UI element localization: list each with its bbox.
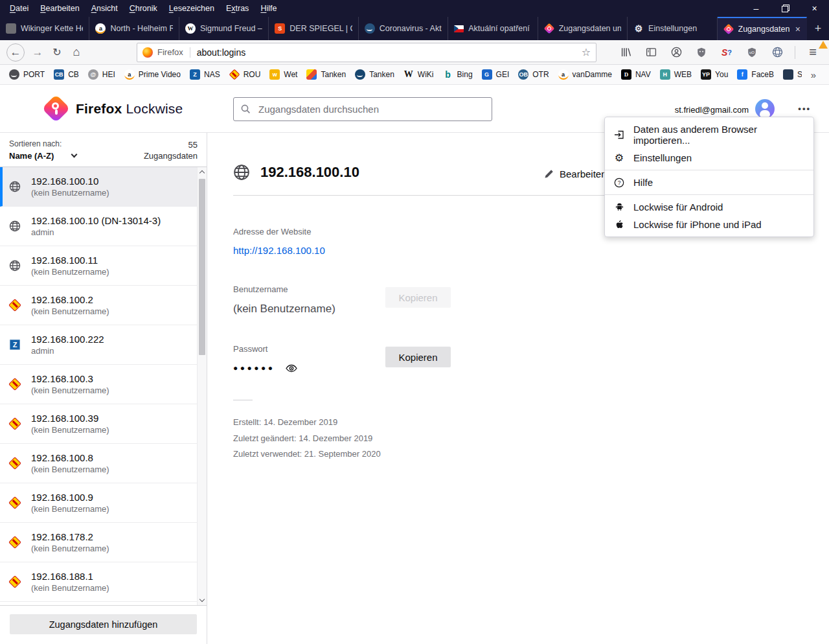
menu-item[interactable]: ⚙Einstellungen [605,149,813,167]
bookmark-item[interactable]: PORT [5,68,49,81]
bookmark-item[interactable]: OBOTR [514,68,552,81]
browser-tab[interactable]: Wikinger Kette He [0,17,89,40]
menu-item[interactable]: Lockwise für Android [605,198,813,216]
copy-password-button[interactable]: Kopieren [385,347,451,367]
bookmark-item[interactable]: DNAV [617,68,655,81]
restore-button[interactable] [771,0,800,17]
favicon: ⚙ [633,23,644,34]
menubar-item[interactable]: Bearbeiten [34,3,85,14]
login-text: 192.168.100.2(kein Benutzername) [31,293,109,317]
login-list-item[interactable]: Z192.168.100.222admin [0,325,207,365]
sidebar-toggle-icon[interactable] [641,43,661,62]
login-list-item[interactable]: 192.168.100.10 (DN-13014-3)admin [0,207,207,246]
browser-tab[interactable]: Coronavirus - Akt [359,17,448,40]
login-list-item[interactable]: 192.168.100.8(kein Benutzername) [0,444,207,483]
bookmark-item[interactable]: CBCB [50,68,83,81]
login-list-item[interactable]: 192.168.100.39(kein Benutzername) [0,404,207,444]
favicon: D [621,69,631,80]
favicon: a [558,69,569,80]
bookmark-item[interactable]: YPYou [697,68,732,81]
scroll-up-icon[interactable] [199,170,205,176]
back-button[interactable] [6,43,25,62]
more-options-button[interactable]: ••• [798,104,811,113]
login-list-item[interactable]: 192.168.178.2(kein Benutzername) [0,523,207,562]
menubar-item[interactable]: Chronik [124,3,163,14]
edit-button[interactable]: Bearbeiten [544,168,607,179]
bookmark-star-icon[interactable] [582,46,591,58]
sort-select[interactable]: Name (A-Z) [9,151,76,161]
bookmark-item[interactable]: HWEB [656,68,696,81]
bookmark-item[interactable]: Samy [779,68,802,81]
menubar-item[interactable]: Ansicht [85,3,124,14]
login-title: 192.168.100.11 [31,254,109,266]
login-list-item[interactable]: 192.168.100.2(kein Benutzername) [0,286,207,325]
bookmark-item[interactable]: wWet [266,68,301,81]
copy-username-button[interactable]: Kopieren [385,287,451,308]
browser-tab[interactable]: WSigmund Freud – W [179,17,269,40]
toolbar-separator [795,46,795,59]
menu-item[interactable]: ?Hilfe [605,174,813,191]
bookmarks-overflow-chevron[interactable]: » [803,69,824,80]
library-icon[interactable] [616,43,635,62]
scrollbar[interactable] [197,167,207,605]
url-bar[interactable]: Firefox about:logins [137,43,596,62]
browser-tab[interactable]: ⚙Einstellungen [628,17,717,40]
bookmark-item[interactable]: WWiKi [400,68,438,81]
favicon [783,69,793,80]
bookmark-item[interactable]: ZNAS [186,68,224,81]
bookmark-item[interactable]: fFaceB [733,68,778,81]
scroll-down-icon[interactable] [199,597,205,602]
menubar-item[interactable]: Lesezeichen [163,3,220,14]
navigation-toolbar: Firefox about:logins S? uO [0,40,829,65]
noscript-globe-icon[interactable] [767,43,787,62]
add-login-button[interactable]: Zugangsdaten hinzufügen [10,614,197,634]
hamburger-menu-icon[interactable] [803,43,823,62]
browser-tab[interactable]: Aktuální opatření [448,17,538,40]
new-tab-button[interactable]: + [807,17,829,40]
minimize-button[interactable]: – [742,0,771,17]
search-input[interactable] [233,97,492,121]
browser-tab[interactable]: Zugangsdaten und [538,17,628,40]
scrollbar-thumb[interactable] [199,179,205,355]
login-list-item[interactable]: 192.168.188.1(kein Benutzername) [0,562,207,602]
favicon: a [95,23,106,34]
bookmark-item[interactable]: Tanken [351,68,398,81]
login-list-item[interactable]: 192.168.100.3(kein Benutzername) [0,365,207,404]
menubar-item[interactable]: Extras [220,3,255,14]
tab-close-icon[interactable]: × [795,24,801,34]
account-icon[interactable] [666,43,686,62]
browser-tab[interactable]: SDER SPIEGEL | Onli [269,17,358,40]
browser-tab-active[interactable]: Zugangsdaten× [718,17,807,40]
browser-window: DateiBearbeitenAnsichtChronikLesezeichen… [0,0,829,644]
menubar-item[interactable]: Hilfe [255,3,282,14]
bookmark-item[interactable]: avanDamme [554,68,616,81]
bookmark-item[interactable]: ROU [225,68,265,81]
svg-text:?: ? [618,179,621,186]
bookmark-item[interactable]: aPrime Video [120,68,185,81]
ublock-icon[interactable]: uO [742,43,762,62]
login-list-item[interactable]: 192.168.100.10(kein Benutzername) [0,167,207,207]
s-extension-icon[interactable]: S? [717,43,736,62]
menu-item[interactable]: Daten aus anderem Browser importieren... [605,121,813,149]
bookmark-label: Samy [797,70,802,79]
browser-tab[interactable]: aNorth - Helheim R [89,17,179,40]
account-avatar[interactable] [755,99,775,119]
home-button[interactable] [67,43,86,62]
login-list-item[interactable]: 192.168.100.9(kein Benutzername) [0,483,207,523]
login-list-item[interactable]: 192.168.100.11(kein Benutzername) [0,246,207,286]
bookmark-item[interactable]: bBing [439,68,477,81]
bookmark-item[interactable]: GGEI [478,68,514,81]
menu-item[interactable]: Lockwise für iPhone und iPad [605,216,813,233]
bookmark-item[interactable]: Tanken [302,68,350,81]
origin-link[interactable]: http://192.168.100.10 [233,245,829,256]
reload-button[interactable] [47,43,67,62]
reveal-password-eye-icon[interactable] [286,364,297,373]
add-login-row: Zugangsdaten hinzufügen [0,605,207,644]
login-username: (kein Benutzername) [31,187,109,199]
shield-extension-icon[interactable] [692,43,711,62]
password-field: Passwort ●●●●●● Kopieren [233,344,505,373]
menubar-item[interactable]: Datei [4,3,34,14]
close-button[interactable]: × [800,0,829,17]
forward-button[interactable] [28,43,47,62]
bookmark-item[interactable]: @HEI [84,68,119,81]
